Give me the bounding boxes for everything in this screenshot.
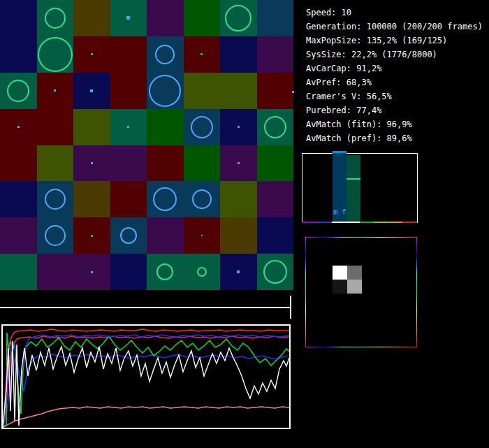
female-bar-marker (346, 178, 360, 180)
world-cell (257, 254, 294, 290)
world-cell (110, 109, 147, 145)
world-cell (220, 36, 257, 73)
hue-strip-segment (388, 222, 402, 223)
frame-progress-line (0, 307, 291, 308)
world-cell (220, 217, 257, 254)
world-cell (37, 181, 74, 217)
organism-dot (90, 89, 93, 92)
organism-dot (91, 235, 93, 237)
hue-strip-segment (360, 222, 374, 223)
world-cell (37, 109, 74, 145)
hue-strip-segment (374, 222, 388, 223)
organism-dot (91, 53, 93, 55)
world-cell (0, 181, 37, 217)
organism-dot (54, 89, 56, 92)
organism-circle (263, 260, 287, 284)
organism-dot (292, 91, 294, 93)
world-cell (110, 145, 147, 182)
world-cell (220, 254, 257, 290)
world-cell (220, 0, 257, 36)
timeseries-chart (1, 324, 291, 429)
world-cell (73, 254, 110, 290)
world-cell (220, 145, 257, 182)
stat-line: Generation: 100000 (200/200 frames) (306, 20, 483, 34)
world-cell (73, 0, 110, 36)
world-cell (110, 254, 147, 290)
timeseries-plot-area (3, 326, 289, 428)
world-cell (184, 0, 221, 36)
organism-circle (120, 227, 137, 244)
world-cell (110, 0, 147, 36)
organism-circle (264, 116, 286, 138)
organism-circle (192, 189, 212, 209)
stat-line: AvMatch (pref): 89,6% (306, 131, 483, 145)
world-cell (37, 217, 74, 254)
organism-circle (7, 80, 29, 102)
female-bar (346, 155, 360, 222)
world-cell (110, 217, 147, 254)
world-cell (257, 145, 294, 182)
organism-circle (149, 75, 181, 107)
stat-line: AvMatch (fitn): 96,9% (306, 117, 483, 131)
world-cell (37, 254, 74, 290)
world-cell (220, 181, 257, 217)
organism-circle (191, 116, 213, 138)
world-cell (184, 217, 221, 254)
organism-dot (201, 235, 203, 236)
organism-circle (45, 8, 66, 29)
organism-dot (200, 53, 203, 55)
world-cell (220, 109, 257, 145)
world-cell (0, 145, 37, 182)
world-cell (147, 145, 184, 182)
world-cell (220, 73, 257, 109)
world-cell (147, 73, 184, 109)
world-cell (147, 36, 184, 73)
world-cell (110, 36, 147, 73)
world-cell (0, 36, 37, 73)
stat-line: Speed: 10 (306, 6, 483, 20)
world-cell (37, 145, 74, 182)
organism-dot (17, 126, 20, 128)
matrix-cell (347, 280, 362, 294)
organism-dot (91, 271, 93, 273)
matrix-border-bottom (305, 347, 417, 347)
organism-circle (45, 225, 66, 246)
world-cell (73, 181, 110, 217)
organism-circle (225, 5, 251, 31)
world-cell (37, 0, 74, 36)
organism-dot (238, 162, 240, 164)
series-white (3, 341, 289, 428)
world-cell (257, 181, 294, 217)
world-cell (0, 109, 37, 145)
organism-dot (237, 270, 240, 273)
organism-dot (126, 16, 130, 20)
world-cell (147, 217, 184, 254)
hue-strip-segment (402, 222, 417, 223)
organism-circle (45, 189, 66, 210)
matrix-cell (347, 266, 362, 280)
world-cell (184, 145, 221, 182)
matrix-border-right (416, 237, 417, 347)
series-green (3, 333, 289, 428)
hue-strip-segment (319, 222, 332, 223)
world-cell (147, 109, 184, 145)
world-cell (37, 36, 74, 73)
organism-dot (91, 162, 93, 164)
world-cell (184, 109, 221, 145)
matrix-border-top (305, 237, 417, 238)
male-label: m (333, 208, 338, 217)
world-cell (110, 73, 147, 109)
organism-circle (153, 187, 177, 211)
hue-strip-segment (332, 222, 360, 223)
matrix-grayscale-grid (333, 266, 362, 294)
hue-axis-strip (302, 222, 418, 223)
world-cell (257, 217, 294, 254)
stats-panel: Speed: 10Generation: 100000 (200/200 fra… (306, 6, 483, 145)
world-cell (257, 73, 294, 109)
world-grid[interactable] (0, 0, 293, 290)
world-cell (110, 181, 147, 217)
matrix-cell (333, 280, 347, 294)
world-cell (147, 181, 184, 217)
female-label: f (342, 208, 346, 217)
world-cell (257, 36, 294, 73)
